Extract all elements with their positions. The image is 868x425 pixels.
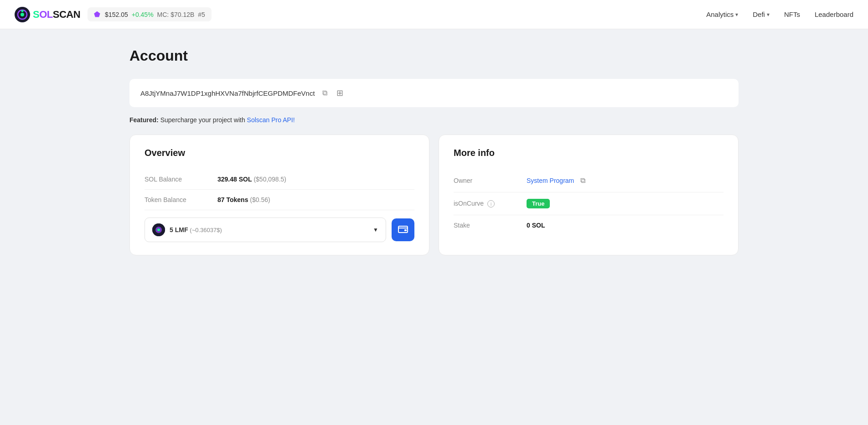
copy-owner-button[interactable]: ⧉ [579, 176, 587, 186]
nav-nfts-label: NFTs [784, 10, 800, 18]
nav-item-analytics[interactable]: Analytics ▾ [706, 10, 738, 18]
token-avatar-icon [152, 223, 165, 236]
copy-icon: ⧉ [322, 89, 327, 97]
address-row: A8JtjYMnaJ7W1DP1xghHXVNa7fNbjrfCEGPDMDFe… [129, 79, 739, 107]
qr-icon: ⊞ [336, 88, 343, 98]
sol-balance-label: SOL Balance [145, 176, 217, 183]
nav-item-leaderboard[interactable]: Leaderboard [815, 10, 853, 18]
owner-value: System Program ⧉ [527, 176, 587, 186]
wallet-icon [398, 225, 408, 235]
is-on-curve-label: isOnCurve i [454, 200, 527, 208]
logo[interactable]: SOLSCAN [15, 7, 80, 22]
dropdown-arrow-icon: ▼ [373, 227, 378, 233]
token-avatar [152, 223, 165, 236]
featured-bar: Featured: Supercharge your project with … [129, 116, 739, 124]
sol-price-badge: ⬟ $152.05 +0.45% MC: $70.12B #5 [88, 7, 212, 21]
header: SOLSCAN ⬟ $152.05 +0.45% MC: $70.12B #5 … [0, 0, 868, 29]
header-left: SOLSCAN ⬟ $152.05 +0.45% MC: $70.12B #5 [15, 7, 212, 22]
copy-owner-icon: ⧉ [580, 176, 585, 184]
main-content: Account A8JtjYMnaJ7W1DP1xghHXVNa7fNbjrfC… [115, 29, 753, 274]
logo-s: S [33, 9, 39, 20]
is-on-curve-row: isOnCurve i True [454, 192, 723, 215]
nav-analytics-label: Analytics [706, 10, 734, 18]
true-badge: True [527, 199, 550, 208]
owner-link[interactable]: System Program [527, 177, 574, 184]
stake-row: Stake 0 SOL [454, 215, 723, 235]
featured-link[interactable]: Solscan Pro API! [247, 116, 295, 124]
nav-item-defi[interactable]: Defi ▾ [753, 10, 770, 18]
nav-leaderboard-label: Leaderboard [815, 10, 853, 18]
logo-scan: SCAN [53, 9, 80, 20]
owner-label: Owner [454, 177, 527, 184]
token-balance-value: 87 Tokens ($0.56) [217, 196, 270, 203]
token-balance-label: Token Balance [145, 196, 217, 203]
svg-point-3 [21, 10, 24, 12]
more-info-title: More info [454, 148, 723, 158]
overview-card: Overview SOL Balance 329.48 SOL ($50,098… [129, 135, 429, 255]
logo-icon [15, 7, 30, 22]
nav-defi-label: Defi [753, 10, 765, 18]
market-cap: MC: $70.12B [157, 11, 195, 18]
sol-price: $152.05 [105, 11, 128, 18]
wallet-address: A8JtjYMnaJ7W1DP1xghHXVNa7fNbjrfCEGPDMDFe… [140, 89, 315, 97]
wallet-button[interactable] [392, 218, 414, 241]
qr-code-button[interactable]: ⊞ [335, 87, 345, 99]
sol-balance-value: 329.48 SOL ($50,098.5) [217, 176, 286, 183]
owner-row: Owner System Program ⧉ [454, 169, 723, 192]
sol-change: +0.45% [132, 11, 154, 18]
token-balance-row: Token Balance 87 Tokens ($0.56) [145, 190, 414, 210]
svg-point-2 [21, 13, 24, 16]
token-row-container: 5 LMF (~0.36037$) ▼ [145, 218, 414, 242]
is-on-curve-value: True [527, 199, 550, 208]
info-icon: i [487, 200, 495, 207]
featured-text: Supercharge your project with [160, 116, 247, 124]
more-info-card: More info Owner System Program ⧉ isOnCur… [439, 135, 739, 255]
defi-chevron-icon: ▾ [767, 11, 770, 18]
stake-value: 0 SOL [527, 222, 545, 229]
analytics-chevron-icon: ▾ [735, 11, 738, 18]
sol-balance-row: SOL Balance 329.48 SOL ($50,098.5) [145, 169, 414, 190]
logo-text: SOLSCAN [33, 9, 80, 21]
page-title: Account [129, 47, 739, 64]
cards-row: Overview SOL Balance 329.48 SOL ($50,098… [129, 135, 739, 255]
copy-address-button[interactable]: ⧉ [320, 88, 329, 98]
nav-item-nfts[interactable]: NFTs [784, 10, 800, 18]
overview-title: Overview [145, 148, 414, 158]
token-left: 5 LMF (~0.36037$) [152, 223, 222, 236]
svg-point-6 [157, 228, 160, 231]
stack-icon: ⬟ [94, 10, 100, 19]
sol-rank: #5 [198, 11, 205, 18]
main-nav: Analytics ▾ Defi ▾ NFTs Leaderboard [706, 10, 853, 18]
stake-label: Stake [454, 222, 527, 229]
token-dropdown[interactable]: 5 LMF (~0.36037$) ▼ [145, 218, 386, 242]
token-name: 5 LMF (~0.36037$) [170, 226, 222, 233]
logo-ol: OL [39, 9, 53, 20]
featured-label: Featured: [129, 116, 159, 124]
svg-rect-8 [404, 229, 407, 231]
